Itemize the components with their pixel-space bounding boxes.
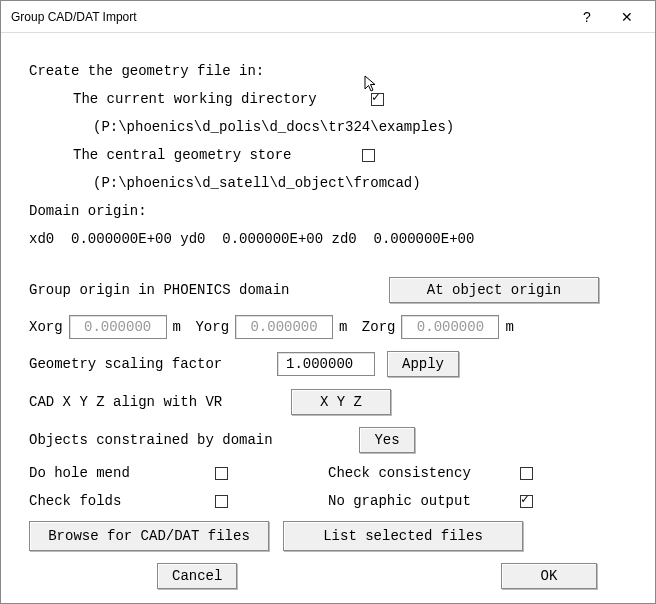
no-graphic-checkbox[interactable] bbox=[520, 495, 533, 508]
domain-origin-label: Domain origin: bbox=[29, 203, 627, 219]
xorg-label: Xorg bbox=[29, 319, 63, 335]
constrain-button[interactable]: Yes bbox=[359, 427, 415, 453]
cwd-option-label: The current working directory bbox=[73, 91, 317, 107]
at-object-origin-button[interactable]: At object origin bbox=[389, 277, 599, 303]
close-button[interactable]: ✕ bbox=[607, 5, 647, 29]
check-folds-checkbox[interactable] bbox=[215, 495, 228, 508]
ok-button[interactable]: OK bbox=[501, 563, 597, 589]
store-path: (P:\phoenics\d_satell\d_object\fromcad) bbox=[29, 175, 627, 191]
align-label: CAD X Y Z align with VR bbox=[29, 394, 291, 410]
apply-button[interactable]: Apply bbox=[387, 351, 459, 377]
zorg-input[interactable]: 0.000000 bbox=[401, 315, 499, 339]
constrain-label: Objects constrained by domain bbox=[29, 432, 359, 448]
browse-button[interactable]: Browse for CAD/DAT files bbox=[29, 521, 269, 551]
domain-origin-values: xd0 0.000000E+00 yd0 0.000000E+00 zd0 0.… bbox=[29, 231, 627, 247]
yorg-unit: m bbox=[339, 319, 347, 335]
xorg-unit: m bbox=[173, 319, 181, 335]
store-option-label: The central geometry store bbox=[73, 147, 291, 163]
yorg-label: Yorg bbox=[195, 319, 229, 335]
hole-mend-checkbox[interactable] bbox=[215, 467, 228, 480]
cwd-checkbox[interactable] bbox=[371, 93, 384, 106]
zorg-label: Zorg bbox=[362, 319, 396, 335]
list-files-button[interactable]: List selected files bbox=[283, 521, 523, 551]
create-in-label: Create the geometry file in: bbox=[29, 63, 627, 79]
help-button[interactable]: ? bbox=[567, 5, 607, 29]
check-consistency-checkbox[interactable] bbox=[520, 467, 533, 480]
hole-mend-label: Do hole mend bbox=[29, 465, 209, 481]
yorg-input[interactable]: 0.000000 bbox=[235, 315, 333, 339]
store-checkbox[interactable] bbox=[362, 149, 375, 162]
no-graphic-label: No graphic output bbox=[328, 493, 514, 509]
scale-input[interactable]: 1.000000 bbox=[277, 352, 375, 376]
check-folds-label: Check folds bbox=[29, 493, 209, 509]
group-origin-label: Group origin in PHOENICS domain bbox=[29, 282, 389, 298]
cancel-button[interactable]: Cancel bbox=[157, 563, 237, 589]
align-button[interactable]: X Y Z bbox=[291, 389, 391, 415]
xorg-input[interactable]: 0.000000 bbox=[69, 315, 167, 339]
cwd-path: (P:\phoenics\d_polis\d_docs\tr324\exampl… bbox=[29, 119, 627, 135]
title-bar: Group CAD/DAT Import ? ✕ bbox=[1, 1, 655, 33]
scale-label: Geometry scaling factor bbox=[29, 356, 277, 372]
zorg-unit: m bbox=[505, 319, 513, 335]
check-consistency-label: Check consistency bbox=[328, 465, 514, 481]
window-title: Group CAD/DAT Import bbox=[11, 10, 567, 24]
